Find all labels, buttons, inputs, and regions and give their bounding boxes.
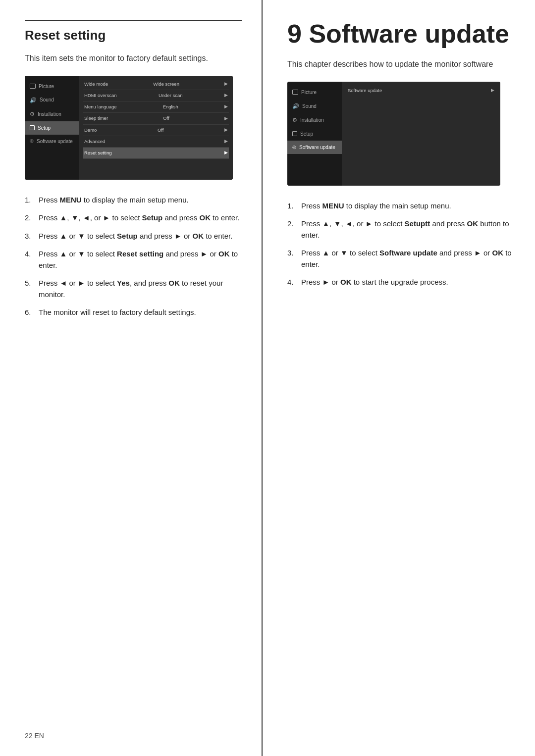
menu-item-installation: ⚙ Installation (25, 107, 79, 121)
picture-icon (292, 90, 298, 95)
key-yes: Yes (117, 279, 130, 287)
key-ok2: OK (192, 232, 204, 240)
step-item: 1. Press MENU to display the main setup … (25, 195, 242, 206)
step-item: 5. Press ◄ or ► to select Yes, and press… (25, 278, 242, 300)
monitor-mockup-right: Picture 🔊 Sound ⚙ Installation Setup ◎ S… (287, 82, 500, 186)
menu-label-sw: Software update (299, 144, 335, 151)
step-number: 4. (25, 249, 31, 260)
menu-label-sound: Sound (40, 96, 54, 103)
chapter-title: 9 Software update (287, 20, 515, 48)
right-description: This chapter describes how to update the… (287, 58, 515, 71)
setup-icon (30, 125, 35, 130)
row-value: Under scan (159, 92, 183, 99)
key-ok: OK (200, 213, 211, 222)
row-label: Sleep timer (84, 115, 108, 122)
picture-icon (30, 84, 36, 89)
section-title: Reset setting (25, 20, 242, 45)
menu-row-wide-mode: Wide mode Wide screen ▶ (83, 79, 229, 90)
menu-item-installation-r: ⚙ Installation (287, 113, 342, 127)
left-description: This item sets the monitor to factory de… (25, 52, 242, 65)
step-number: 3. (25, 231, 31, 242)
arrow-icon: ▶ (224, 138, 228, 145)
menu-label-picture: Picture (301, 89, 317, 96)
step-item: 1. Press MENU to display the main setup … (287, 201, 515, 212)
menu-item-sound: 🔊 Sound (25, 93, 79, 107)
left-column: Reset setting This item sets the monitor… (0, 0, 263, 756)
menu-panel-left: Wide mode Wide screen ▶ HDMI overscan Un… (79, 76, 233, 180)
row-value: English (163, 103, 178, 110)
menu-item-sw-r: ◎ Software update (287, 141, 342, 154)
row-label: Demo (84, 127, 97, 134)
arrow-icon: ▶ (224, 127, 228, 134)
sw-icon: ◎ (292, 144, 296, 151)
step-item: 6. The monitor will reset to factory def… (25, 307, 242, 318)
menu-item-picture-r: Picture (287, 86, 342, 99)
key-setup2: Setup (117, 232, 138, 240)
row-label: HDMI overscan (84, 92, 116, 99)
key-ok4: OK (168, 279, 180, 287)
step-number: 1. (287, 201, 294, 212)
menu-item-sound-r: 🔊 Sound (287, 99, 342, 113)
arrow-icon: ▶ (491, 87, 494, 94)
page-footer: 22 EN (25, 731, 44, 741)
menu-row-sleep: Sleep timer Off ▶ (83, 113, 229, 124)
step-item: 2. Press ▲, ▼, ◄, or ► to select Setup a… (25, 212, 242, 224)
menu-row-reset: Reset setting ▶ (83, 148, 229, 159)
step-item: 2. Press ▲, ▼, ◄, or ► to select Setuptt… (287, 218, 515, 241)
key-setuptt: Setuptt (405, 219, 430, 228)
key-menu: MENU (60, 196, 82, 204)
sound-icon: 🔊 (30, 96, 37, 104)
menu-row-demo: Demo Off ▶ (83, 125, 229, 136)
menu-panel-right: Software update ▶ (342, 82, 500, 186)
arrow-icon: ▶ (224, 115, 228, 122)
row-label: Advanced (84, 138, 105, 145)
menu-item-setup: Setup (25, 121, 79, 135)
step-item: 3. Press ▲ or ▼ to select Setup and pres… (25, 231, 242, 242)
key-sw-update: Software update (379, 249, 437, 257)
chapter-title-text: Software update (309, 19, 509, 48)
sound-icon: 🔊 (292, 102, 299, 110)
steps-list-right: 1. Press MENU to display the main setup … (287, 201, 515, 288)
monitor-mockup-left: Picture 🔊 Sound ⚙ Installation Setup ◎ S… (25, 76, 233, 180)
row-label: Menu language (84, 103, 117, 110)
menu-row-advanced: Advanced ▶ (83, 136, 229, 148)
menu-label-picture: Picture (39, 83, 54, 90)
row-value: Off (158, 127, 164, 134)
menu-label-setup: Setup (38, 124, 51, 132)
key-menu: MENU (322, 202, 344, 210)
step-number: 6. (25, 307, 31, 318)
menu-label-sound: Sound (302, 102, 317, 110)
menu-label-installation: Installation (38, 110, 61, 118)
step-number: 4. (287, 277, 294, 288)
chapter-number: 9 (287, 19, 302, 48)
arrow-icon: ▶ (224, 81, 228, 88)
step-item: 4. Press ► or OK to start the upgrade pr… (287, 277, 515, 288)
step-item: 4. Press ▲ or ▼ to select Reset setting … (25, 249, 242, 271)
menu-item-picture: Picture (25, 80, 79, 93)
arrow-icon: ▶ (224, 92, 228, 99)
arrow-icon: ▶ (224, 150, 228, 156)
row-label: Reset setting (84, 150, 111, 156)
step-item: 3. Press ▲ or ▼ to select Software updat… (287, 248, 515, 270)
key-setup: Setup (142, 213, 163, 222)
right-column: 9 Software update This chapter describes… (263, 0, 535, 756)
row-label: Wide mode (84, 81, 108, 88)
key-reset: Reset setting (117, 250, 163, 258)
key-ok3: OK (218, 250, 230, 258)
step-number: 5. (25, 278, 31, 289)
menu-row-sw-update: Software update ▶ (346, 85, 496, 97)
steps-list-left: 1. Press MENU to display the main setup … (25, 195, 242, 318)
menu-row-language: Menu language English ▶ (83, 101, 229, 113)
step-number: 2. (287, 218, 294, 230)
menu-label-sw: Software update (37, 138, 73, 145)
key-ok3: OK (340, 278, 352, 286)
gear-icon: ⚙ (30, 110, 35, 118)
setup-icon (292, 131, 297, 136)
menu-row-hdmi: HDMI overscan Under scan ▶ (83, 90, 229, 101)
menu-sidebar-left: Picture 🔊 Sound ⚙ Installation Setup ◎ S… (25, 76, 79, 180)
step-number: 2. (25, 212, 31, 224)
menu-label-installation: Installation (300, 116, 324, 124)
menu-sidebar-right: Picture 🔊 Sound ⚙ Installation Setup ◎ S… (287, 82, 342, 186)
menu-label-setup: Setup (300, 130, 313, 138)
step-number: 1. (25, 195, 31, 206)
